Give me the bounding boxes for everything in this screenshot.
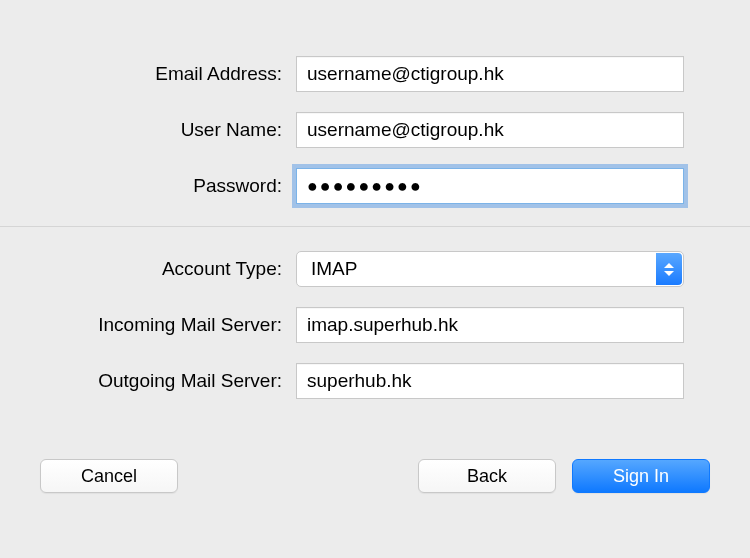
- email-input[interactable]: [296, 56, 684, 92]
- field-account-type: IMAP: [296, 251, 684, 287]
- server-section: Account Type: IMAP Incoming Mail Server:…: [0, 226, 750, 429]
- signin-button[interactable]: Sign In: [572, 459, 710, 493]
- label-username: User Name:: [40, 119, 296, 141]
- row-email: Email Address:: [40, 56, 710, 92]
- label-password: Password:: [40, 175, 296, 197]
- outgoing-server-input[interactable]: [296, 363, 684, 399]
- field-email: [296, 56, 684, 92]
- row-incoming: Incoming Mail Server:: [40, 307, 710, 343]
- field-incoming: [296, 307, 684, 343]
- label-outgoing: Outgoing Mail Server:: [40, 370, 296, 392]
- chevron-up-down-icon: [656, 253, 682, 285]
- row-username: User Name:: [40, 112, 710, 148]
- label-account-type: Account Type:: [40, 258, 296, 280]
- row-outgoing: Outgoing Mail Server:: [40, 363, 710, 399]
- label-email: Email Address:: [40, 63, 296, 85]
- password-input[interactable]: ●●●●●●●●●: [296, 168, 684, 204]
- account-type-select[interactable]: IMAP: [296, 251, 684, 287]
- field-password: ●●●●●●●●●: [296, 168, 684, 204]
- button-bar: Cancel Back Sign In: [0, 429, 750, 533]
- cancel-button[interactable]: Cancel: [40, 459, 178, 493]
- incoming-server-input[interactable]: [296, 307, 684, 343]
- row-account-type: Account Type: IMAP: [40, 251, 710, 287]
- back-button[interactable]: Back: [418, 459, 556, 493]
- username-input[interactable]: [296, 112, 684, 148]
- account-type-value: IMAP: [311, 258, 357, 280]
- field-username: [296, 112, 684, 148]
- field-outgoing: [296, 363, 684, 399]
- credentials-section: Email Address: User Name: Password: ●●●●…: [0, 0, 750, 226]
- spacer: [194, 459, 402, 493]
- row-password: Password: ●●●●●●●●●: [40, 168, 710, 204]
- label-incoming: Incoming Mail Server:: [40, 314, 296, 336]
